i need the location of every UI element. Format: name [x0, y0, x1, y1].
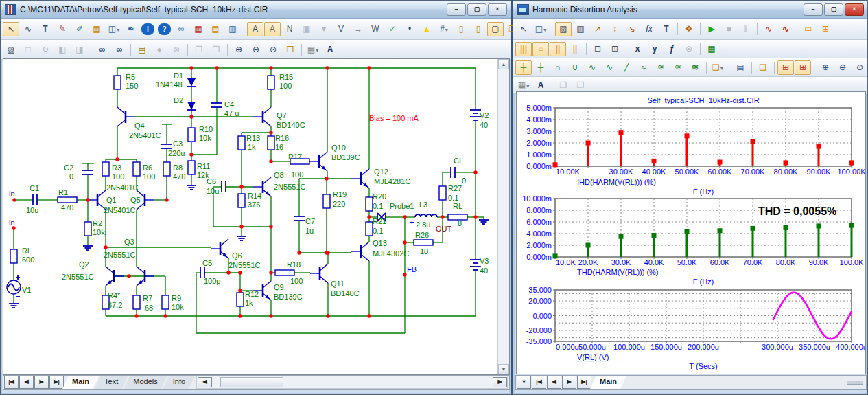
- resize-handle[interactable]: [847, 381, 863, 385]
- text-document-icon[interactable]: ▥: [224, 22, 241, 36]
- scroll-thumb[interactable]: [220, 377, 283, 387]
- last-page-button[interactable]: ▶|: [577, 376, 591, 389]
- component-mode-icon[interactable]: ∿: [20, 22, 36, 36]
- find-icon[interactable]: ∞: [94, 43, 110, 57]
- lens-icon[interactable]: ⊜: [681, 42, 697, 56]
- envelope-icon[interactable]: ≋: [687, 60, 703, 75]
- show-voltages-icon[interactable]: V: [333, 22, 349, 36]
- transistor-Q6[interactable]: [211, 239, 228, 258]
- collapse-plot-icon[interactable]: ⊟: [589, 42, 606, 56]
- resistor-R18[interactable]: [275, 270, 294, 275]
- paste-menu-icon[interactable]: ▾: [316, 22, 332, 36]
- pause-button-icon[interactable]: ‖: [738, 22, 754, 36]
- next-page-button[interactable]: ▶: [34, 376, 49, 389]
- resistor-R15[interactable]: [268, 76, 274, 89]
- plot-pane-1-icon[interactable]: |||: [515, 42, 532, 56]
- resistor-R3[interactable]: [102, 162, 109, 176]
- scroll-up-button[interactable]: ▲: [498, 59, 509, 69]
- scroll-right-button[interactable]: ▶: [493, 377, 507, 387]
- inductor-L3[interactable]: [415, 214, 437, 217]
- stop-button-icon[interactable]: ■: [720, 22, 737, 36]
- resistor-R2[interactable]: [84, 222, 91, 236]
- part-list-menu-icon[interactable]: ◫▾: [106, 22, 122, 36]
- analysis-titlebar[interactable]: Harmonic Distortion Analysis –▢×: [513, 1, 867, 19]
- schematic-vertical-scrollbar[interactable]: ▲ ▼: [497, 59, 509, 374]
- log-y-icon[interactable]: y: [646, 42, 663, 56]
- global-high-icon[interactable]: ≋: [653, 60, 669, 75]
- info-mode-icon[interactable]: i: [141, 23, 154, 35]
- high-icon[interactable]: ∿: [584, 60, 600, 75]
- diode-D1[interactable]: [187, 78, 196, 87]
- schematic-canvas[interactable]: R5150D11N4148D2C447 uR15100Q7BD140CQ42N5…: [3, 58, 510, 375]
- next-data-point-left-icon[interactable]: ┼: [515, 60, 532, 75]
- graph-object-menu-icon[interactable]: ◫▾: [532, 22, 549, 36]
- clear-region-icon[interactable]: □: [20, 43, 36, 57]
- low-icon[interactable]: ∿: [601, 60, 618, 75]
- resistor-R20[interactable]: [366, 197, 373, 211]
- zoom-in-icon[interactable]: ⊕: [817, 60, 834, 75]
- clipboard-values-icon[interactable]: ❑: [755, 60, 771, 75]
- resistor-R1[interactable]: [58, 197, 77, 203]
- resistor-R10[interactable]: [188, 128, 195, 142]
- transistor-Q7[interactable]: [253, 107, 271, 126]
- bus-mode-icon[interactable]: ▦: [89, 22, 105, 36]
- restore-button[interactable]: ▢: [467, 3, 486, 16]
- diode-D2[interactable]: [187, 102, 196, 110]
- schematic-titlebar[interactable]: C:\MC11\DATA\Petrov\Self-typical\Self_ty…: [1, 1, 511, 19]
- find-next-icon[interactable]: ∞: [111, 43, 128, 57]
- send-to-back-icon[interactable]: ❐: [572, 78, 589, 93]
- close-button[interactable]: ×: [845, 3, 864, 16]
- page-box-icon[interactable]: ❒: [282, 43, 298, 57]
- resistor-R13[interactable]: [238, 136, 245, 150]
- schematic-horizontal-scrollbar[interactable]: ◀ ▶: [196, 376, 508, 389]
- inflection-icon[interactable]: ≈: [635, 60, 652, 75]
- flag-mode-icon[interactable]: ✒: [123, 22, 139, 36]
- flip-horizontal-icon[interactable]: ◨: [71, 43, 88, 57]
- performance-tag-mode-icon[interactable]: fx: [641, 22, 657, 36]
- wire-mode-icon[interactable]: ✎: [54, 22, 71, 36]
- step-icon[interactable]: ●: [151, 43, 167, 57]
- transistor-Q10[interactable]: [309, 152, 327, 171]
- resistor-Ri[interactable]: [10, 249, 17, 263]
- dc-operating-point-icon[interactable]: ∿: [777, 22, 794, 36]
- tab-info[interactable]: Info: [163, 376, 195, 389]
- flip-vertical-icon[interactable]: ◧: [54, 43, 71, 57]
- rotate-icon[interactable]: ↻: [37, 43, 54, 57]
- horizontal-tag-mode-icon[interactable]: ↘: [624, 22, 640, 36]
- zoom-area-icon[interactable]: ⊞: [817, 22, 834, 36]
- tab-text[interactable]: Text: [95, 376, 128, 389]
- page-small-icon[interactable]: ▯: [470, 22, 486, 36]
- zoom-scale-icon[interactable]: ⊙: [265, 43, 281, 57]
- tab-main[interactable]: Main: [62, 376, 99, 389]
- find-in-files-icon[interactable]: ▤: [134, 43, 150, 57]
- tab-main[interactable]: Main: [590, 376, 626, 389]
- show-grid-text-icon[interactable]: A: [264, 22, 281, 36]
- animate-options-icon[interactable]: ∿: [760, 22, 777, 36]
- stop-icon[interactable]: ⊗: [168, 43, 185, 57]
- track-cursors-icon[interactable]: ⊞: [795, 60, 811, 75]
- resistor-R12[interactable]: [237, 293, 244, 306]
- zoom-out-icon[interactable]: ⊖: [834, 60, 851, 75]
- log-x-icon[interactable]: x: [629, 42, 646, 56]
- font-icon[interactable]: A: [322, 43, 338, 57]
- scroll-down-button[interactable]: ▼: [498, 364, 509, 374]
- digital-stack-icon[interactable]: ▤: [207, 22, 224, 36]
- select-graph-region-icon[interactable]: ▭: [800, 22, 817, 36]
- resistor-R11[interactable]: [188, 161, 195, 174]
- plot-pane-3-icon[interactable]: ||: [550, 42, 566, 56]
- resistor-R9[interactable]: [162, 295, 169, 309]
- resistor-R7[interactable]: [133, 295, 140, 309]
- transistor-Q4[interactable]: [117, 107, 135, 126]
- close-button[interactable]: ×: [488, 3, 507, 16]
- grid-pattern-menu-icon[interactable]: ▦▾: [515, 78, 532, 93]
- bring-to-front-icon[interactable]: ❐: [555, 78, 572, 93]
- first-page-button[interactable]: |◀: [4, 376, 19, 389]
- zoom-in-icon[interactable]: ⊕: [231, 43, 247, 57]
- vertical-tag-mode-icon[interactable]: ↕: [607, 22, 623, 36]
- show-node-numbers-icon[interactable]: N: [281, 22, 298, 36]
- show-attribute-text-icon[interactable]: A: [247, 22, 263, 36]
- point-tag-mode-icon[interactable]: ↗: [589, 22, 606, 36]
- clipboard-copy-menu-icon[interactable]: ❑▾: [709, 60, 726, 75]
- resistor-R27[interactable]: [439, 186, 446, 200]
- show-pin-connections-icon[interactable]: •: [401, 22, 418, 36]
